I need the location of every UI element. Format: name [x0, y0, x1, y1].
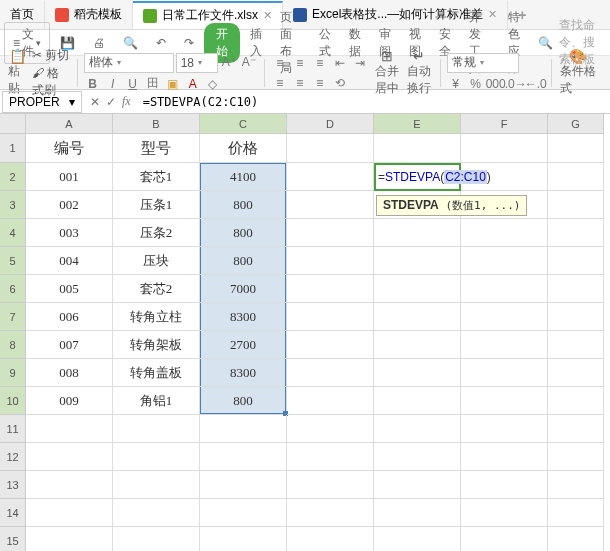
cell[interactable] — [287, 219, 374, 247]
select-all-corner[interactable] — [0, 114, 26, 134]
cell[interactable] — [374, 443, 461, 471]
cell[interactable]: 4100 — [200, 163, 287, 191]
cell[interactable]: 003 — [26, 219, 113, 247]
cell[interactable] — [374, 275, 461, 303]
cell[interactable] — [461, 471, 548, 499]
col-header[interactable]: C — [200, 114, 287, 134]
cell[interactable] — [374, 415, 461, 443]
cell[interactable] — [548, 471, 604, 499]
row-header[interactable]: 3 — [0, 191, 26, 219]
cell[interactable] — [113, 471, 200, 499]
cell[interactable] — [548, 134, 604, 163]
row-header[interactable]: 7 — [0, 303, 26, 331]
font-name-select[interactable]: 楷体▾ — [84, 53, 174, 73]
cell[interactable]: 800 — [200, 219, 287, 247]
row-header[interactable]: 6 — [0, 275, 26, 303]
conditional-format-button[interactable]: 🎨条件格式 — [558, 49, 598, 97]
cell[interactable] — [461, 443, 548, 471]
row-header[interactable]: 13 — [0, 471, 26, 499]
font-size-select[interactable]: 18▾ — [176, 53, 218, 73]
cell[interactable]: 008 — [26, 359, 113, 387]
cell[interactable]: 角铝1 — [113, 387, 200, 415]
indent-inc-button[interactable]: ⇥ — [351, 54, 369, 72]
cell[interactable] — [287, 163, 374, 191]
cell[interactable] — [287, 134, 374, 163]
cell[interactable] — [548, 387, 604, 415]
qat-print[interactable]: 🖨 — [85, 33, 113, 53]
cell[interactable]: 转角架板 — [113, 331, 200, 359]
cell[interactable] — [26, 471, 113, 499]
cell[interactable] — [374, 247, 461, 275]
cell[interactable]: 转角盖板 — [113, 359, 200, 387]
cell[interactable] — [548, 499, 604, 527]
cell[interactable] — [26, 415, 113, 443]
cell[interactable] — [461, 387, 548, 415]
col-header[interactable]: F — [461, 114, 548, 134]
qat-preview[interactable]: 🔍 — [115, 33, 146, 53]
formula-accept-button[interactable]: ✓ — [106, 95, 116, 109]
cell[interactable] — [200, 443, 287, 471]
align-mid-button[interactable]: ≡ — [291, 54, 309, 72]
align-top-button[interactable]: ≡ — [271, 54, 289, 72]
cell[interactable] — [287, 387, 374, 415]
border-button[interactable]: 田 — [144, 75, 162, 93]
merge-center-button[interactable]: ⊞合并居中 — [373, 49, 401, 97]
cell[interactable] — [461, 331, 548, 359]
comma-button[interactable]: 000 — [487, 75, 505, 93]
fill-color-button[interactable]: ▣ — [164, 75, 182, 93]
cell[interactable] — [287, 191, 374, 219]
cell[interactable] — [374, 331, 461, 359]
row-header[interactable]: 4 — [0, 219, 26, 247]
cell[interactable] — [461, 247, 548, 275]
cell[interactable] — [548, 303, 604, 331]
cell[interactable] — [374, 359, 461, 387]
cell[interactable]: 编号 — [26, 134, 113, 163]
align-center-button[interactable]: ≡ — [291, 74, 309, 92]
cell[interactable] — [26, 527, 113, 551]
cut-button[interactable]: ✂ 剪切 — [32, 47, 71, 64]
cell[interactable] — [287, 471, 374, 499]
row-header[interactable]: 12 — [0, 443, 26, 471]
bold-button[interactable]: B — [84, 75, 102, 93]
cell[interactable] — [113, 527, 200, 551]
cell[interactable] — [287, 499, 374, 527]
cell[interactable]: 转角立柱 — [113, 303, 200, 331]
font-grow-button[interactable]: A⁺ — [220, 53, 238, 71]
italic-button[interactable]: I — [104, 75, 122, 93]
row-header[interactable]: 1 — [0, 134, 26, 163]
row-header[interactable]: 8 — [0, 331, 26, 359]
cell[interactable] — [548, 191, 604, 219]
align-bot-button[interactable]: ≡ — [311, 54, 329, 72]
tab-templates[interactable]: 稻壳模板 — [45, 1, 133, 29]
align-left-button[interactable]: ≡ — [271, 74, 289, 92]
underline-button[interactable]: U — [124, 75, 142, 93]
formula-cancel-button[interactable]: ✕ — [90, 95, 100, 109]
cell[interactable] — [548, 331, 604, 359]
row-header[interactable]: 5 — [0, 247, 26, 275]
cell[interactable] — [287, 359, 374, 387]
currency-button[interactable]: ¥ — [447, 75, 465, 93]
fx-button[interactable]: fx — [122, 94, 131, 109]
name-box[interactable]: PROPER▾ — [2, 91, 82, 113]
cell[interactable]: 价格 — [200, 134, 287, 163]
row-header[interactable]: 14 — [0, 499, 26, 527]
cell[interactable]: 007 — [26, 331, 113, 359]
wrap-text-button[interactable]: ↵自动换行 — [405, 49, 433, 97]
row-header[interactable]: 11 — [0, 415, 26, 443]
number-format-select[interactable]: 常规▾ — [447, 53, 519, 73]
cell[interactable] — [548, 415, 604, 443]
cell[interactable]: 004 — [26, 247, 113, 275]
cell[interactable]: 压条1 — [113, 191, 200, 219]
col-header[interactable]: A — [26, 114, 113, 134]
cell[interactable] — [113, 443, 200, 471]
cell[interactable]: 8300 — [200, 303, 287, 331]
cell[interactable] — [461, 527, 548, 551]
cell[interactable] — [374, 303, 461, 331]
cell[interactable] — [461, 275, 548, 303]
cell[interactable] — [287, 443, 374, 471]
search-icon[interactable]: 🔍 — [538, 36, 553, 50]
cell[interactable] — [548, 219, 604, 247]
align-right-button[interactable]: ≡ — [311, 74, 329, 92]
dec-inc-button[interactable]: .0→ — [507, 75, 525, 93]
cell[interactable] — [287, 527, 374, 551]
